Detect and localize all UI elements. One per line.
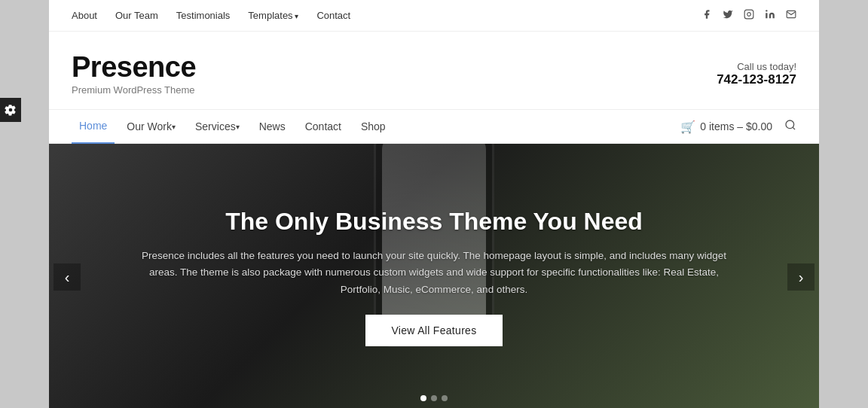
contact-phone: 742-123-8127 xyxy=(717,72,796,87)
search-icon xyxy=(784,119,796,131)
svg-rect-0 xyxy=(744,10,753,19)
nav-shop[interactable]: Shop xyxy=(353,109,393,144)
topnav-templates[interactable]: Templates xyxy=(248,10,298,21)
nav-services[interactable]: Services xyxy=(188,109,247,144)
cart-label: 0 items – $0.00 xyxy=(700,120,772,132)
topnav-ourteam[interactable]: Our Team xyxy=(115,10,158,21)
slide-dot-3[interactable] xyxy=(442,395,448,401)
hero-slider: The Only Business Theme You Need Presenc… xyxy=(49,144,819,408)
svg-line-4 xyxy=(793,127,795,129)
top-nav: About Our Team Testimonials Templates Co… xyxy=(72,10,350,21)
topnav-testimonials[interactable]: Testimonials xyxy=(176,10,231,21)
svg-point-3 xyxy=(786,120,794,129)
slider-prev-button[interactable]: ‹ xyxy=(53,263,81,291)
cart-icon: 🛒 xyxy=(680,120,695,134)
instagram-icon[interactable] xyxy=(744,9,754,22)
main-nav-links: Home Our Work Services News Contact Shop xyxy=(72,109,393,144)
twitter-icon[interactable] xyxy=(723,9,733,22)
site-tagline: Premium WordPress Theme xyxy=(72,84,196,96)
search-button[interactable] xyxy=(784,119,796,134)
nav-news[interactable]: News xyxy=(252,109,293,144)
topnav-contact[interactable]: Contact xyxy=(316,10,350,21)
hero-content: The Only Business Theme You Need Presenc… xyxy=(49,144,819,408)
nav-contact[interactable]: Contact xyxy=(298,109,349,144)
topnav-about[interactable]: About xyxy=(72,10,97,21)
site-title: Presence xyxy=(72,53,196,81)
facebook-icon[interactable] xyxy=(701,9,712,22)
svg-point-2 xyxy=(766,10,767,11)
branding: Presence Premium WordPress Theme xyxy=(72,53,196,96)
view-all-features-button[interactable]: View All Features xyxy=(365,315,502,346)
nav-right: 🛒 0 items – $0.00 xyxy=(680,119,796,134)
site-wrapper: About Our Team Testimonials Templates Co… xyxy=(49,0,819,408)
gear-icon xyxy=(5,104,17,116)
settings-panel[interactable] xyxy=(0,98,21,122)
nav-cart[interactable]: 🛒 0 items – $0.00 xyxy=(680,120,772,134)
top-bar: About Our Team Testimonials Templates Co… xyxy=(49,0,819,32)
main-nav: Home Our Work Services News Contact Shop… xyxy=(49,109,819,144)
email-icon[interactable] xyxy=(786,9,796,22)
linkedin-icon[interactable] xyxy=(765,9,775,22)
social-icons xyxy=(701,9,796,22)
hero-title: The Only Business Theme You Need xyxy=(225,208,643,236)
contact-info: Call us today! 742-123-8127 xyxy=(717,61,796,87)
slider-dots xyxy=(420,395,448,401)
nav-ourwork[interactable]: Our Work xyxy=(119,109,183,144)
slide-dot-2[interactable] xyxy=(431,395,437,401)
hero-description: Presence includes all the features you n… xyxy=(140,248,728,298)
site-header: Presence Premium WordPress Theme Call us… xyxy=(49,32,819,109)
nav-home[interactable]: Home xyxy=(72,109,115,144)
contact-label: Call us today! xyxy=(717,61,796,72)
slider-next-button[interactable]: › xyxy=(787,263,815,291)
slide-dot-1[interactable] xyxy=(420,395,426,401)
